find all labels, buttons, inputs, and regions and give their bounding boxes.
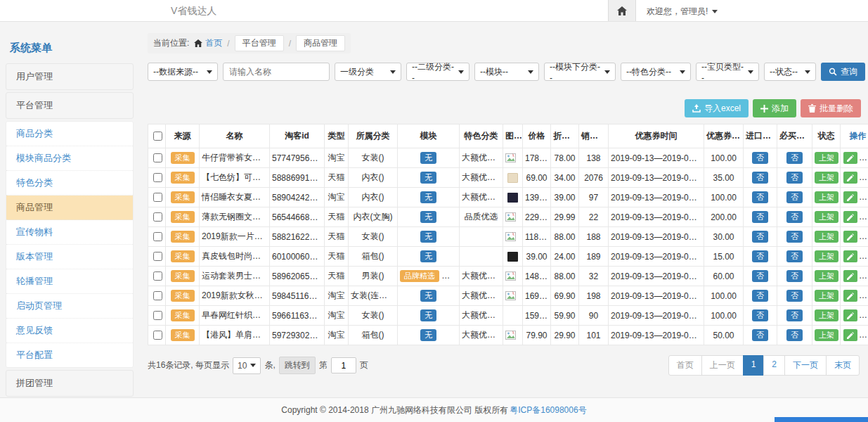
must-buy-toggle[interactable]: 否	[786, 172, 803, 184]
sidebar-group-用户管理[interactable]: 用户管理	[6, 63, 134, 90]
search-button[interactable]: 查询	[821, 63, 865, 81]
sidebar-item-宣传物料[interactable]: 宣传物料	[6, 220, 133, 245]
breadcrumb-home-link[interactable]: 首页	[194, 37, 222, 49]
sidebar-item-商品分类[interactable]: 商品分类	[6, 122, 133, 146]
must-buy-toggle[interactable]: 否	[786, 329, 803, 342]
sidebar-item-特色分类[interactable]: 特色分类	[6, 171, 133, 196]
edit-button[interactable]	[843, 329, 857, 341]
filter-select-数据来源[interactable]: --数据来源--	[148, 63, 218, 81]
cell-imported: 否	[744, 227, 777, 247]
cell-category: 内衣()	[349, 168, 398, 188]
pager-button-2[interactable]: 2	[763, 355, 785, 376]
must-buy-toggle[interactable]: 否	[786, 290, 803, 302]
status-toggle[interactable]: 上架	[815, 250, 838, 263]
imported-toggle[interactable]: 否	[752, 270, 768, 283]
row-checkbox[interactable]	[153, 331, 162, 340]
edit-button[interactable]	[843, 211, 857, 223]
row-checkbox[interactable]	[153, 212, 162, 222]
row-checkbox[interactable]	[153, 153, 162, 162]
breadcrumb-item-goods[interactable]: 商品管理	[296, 35, 345, 51]
must-buy-toggle[interactable]: 否	[786, 231, 803, 243]
sidebar-item-模块商品分类[interactable]: 模块商品分类	[6, 146, 133, 171]
name-search-input[interactable]	[223, 63, 330, 81]
sidebar-item-商品管理[interactable]: 商品管理	[6, 196, 133, 220]
edit-button[interactable]	[843, 231, 857, 243]
batch-delete-button[interactable]: 批量删除	[801, 99, 861, 117]
status-toggle[interactable]: 上架	[815, 290, 838, 302]
home-button[interactable]	[608, 0, 636, 21]
edit-button[interactable]	[843, 191, 857, 203]
column-header-特色分类: 特色分类	[460, 124, 503, 148]
sidebar-item-轮播管理[interactable]: 轮播管理	[6, 269, 133, 294]
status-toggle[interactable]: 上架	[815, 329, 838, 342]
import-excel-button[interactable]: 导入excel	[685, 99, 749, 117]
per-page-select[interactable]: 10	[233, 357, 261, 374]
pager-button-1[interactable]: 1	[743, 355, 765, 376]
status-toggle[interactable]: 上架	[815, 309, 838, 322]
imported-toggle[interactable]: 否	[752, 290, 768, 302]
sidebar-item-版本管理[interactable]: 版本管理	[6, 245, 133, 269]
status-toggle[interactable]: 上架	[815, 172, 838, 184]
add-button[interactable]: 添加	[753, 99, 796, 117]
row-checkbox[interactable]	[153, 232, 162, 241]
icp-link[interactable]: 粤ICP备16098006号	[510, 404, 586, 416]
imported-toggle[interactable]: 否	[752, 191, 768, 204]
must-buy-toggle[interactable]: 否	[786, 152, 803, 165]
must-buy-toggle[interactable]: 否	[786, 191, 803, 204]
select-all-checkbox[interactable]	[153, 132, 162, 141]
row-checkbox[interactable]	[153, 193, 162, 202]
row-checkbox[interactable]	[153, 271, 162, 281]
imported-toggle[interactable]: 否	[752, 152, 768, 165]
filter-select-模块[interactable]: --模块--	[474, 63, 539, 81]
cell-icon	[503, 306, 523, 326]
must-buy-toggle[interactable]: 否	[786, 211, 803, 224]
edit-button[interactable]	[843, 152, 857, 164]
user-menu[interactable]: 欢迎您，管理员!	[647, 6, 718, 18]
status-toggle[interactable]: 上架	[815, 211, 838, 224]
sidebar-group-平台管理[interactable]: 平台管理	[6, 92, 134, 119]
sidebar-item-启动页管理[interactable]: 启动页管理	[6, 294, 133, 319]
status-toggle[interactable]: 上架	[815, 152, 838, 165]
must-buy-toggle[interactable]: 否	[786, 309, 803, 322]
sidebar-item-意见反馈[interactable]: 意见反馈	[6, 319, 133, 343]
cell-source: 采集	[166, 267, 200, 286]
breadcrumb-item-platform[interactable]: 平台管理	[235, 35, 284, 51]
sidebar-item-平台配置[interactable]: 平台配置	[6, 343, 133, 367]
pager-button-下一页[interactable]: 下一页	[784, 355, 827, 376]
sidebar-group-拼团管理[interactable]: 拼团管理	[6, 370, 134, 397]
imported-toggle[interactable]: 否	[752, 329, 768, 342]
pager-button-末页[interactable]: 末页	[826, 355, 860, 376]
pager-button-首页[interactable]: 首页	[668, 355, 702, 376]
filter-select-模块下分类[interactable]: --模块下分类--	[544, 63, 616, 81]
imported-toggle[interactable]: 否	[752, 309, 768, 322]
imported-toggle[interactable]: 否	[752, 172, 768, 184]
filter-select-特色分类[interactable]: --特色分类--	[621, 63, 691, 81]
imported-toggle[interactable]: 否	[752, 231, 768, 243]
status-toggle[interactable]: 上架	[815, 231, 838, 243]
filter-select-一级分类[interactable]: 一级分类	[335, 63, 401, 81]
status-toggle[interactable]: 上架	[815, 191, 838, 204]
edit-button[interactable]	[843, 309, 857, 321]
row-checkbox[interactable]	[153, 291, 162, 300]
row-checkbox[interactable]	[153, 173, 162, 182]
must-buy-toggle[interactable]: 否	[786, 270, 803, 283]
cell-sales: 2076	[579, 168, 609, 188]
pager-button-上一页[interactable]: 上一页	[701, 355, 744, 376]
row-checkbox[interactable]	[153, 252, 162, 261]
cell-icon	[503, 188, 523, 207]
filter-select-二级分类[interactable]: --二级分类--	[406, 63, 469, 81]
imported-toggle[interactable]: 否	[752, 250, 768, 263]
edit-button[interactable]	[843, 250, 857, 262]
edit-button[interactable]	[843, 270, 857, 282]
jump-button[interactable]: 跳转到	[279, 357, 316, 374]
source-badge: 采集	[171, 172, 195, 184]
edit-button[interactable]	[843, 172, 857, 184]
page-number-input[interactable]	[331, 357, 356, 373]
must-buy-toggle[interactable]: 否	[786, 250, 803, 263]
filter-select-宝贝类型[interactable]: --宝贝类型--	[696, 63, 759, 81]
row-checkbox[interactable]	[153, 311, 162, 320]
imported-toggle[interactable]: 否	[752, 211, 768, 224]
filter-select-状态[interactable]: --状态--	[764, 63, 816, 81]
status-toggle[interactable]: 上架	[815, 270, 838, 283]
edit-button[interactable]	[843, 290, 857, 302]
